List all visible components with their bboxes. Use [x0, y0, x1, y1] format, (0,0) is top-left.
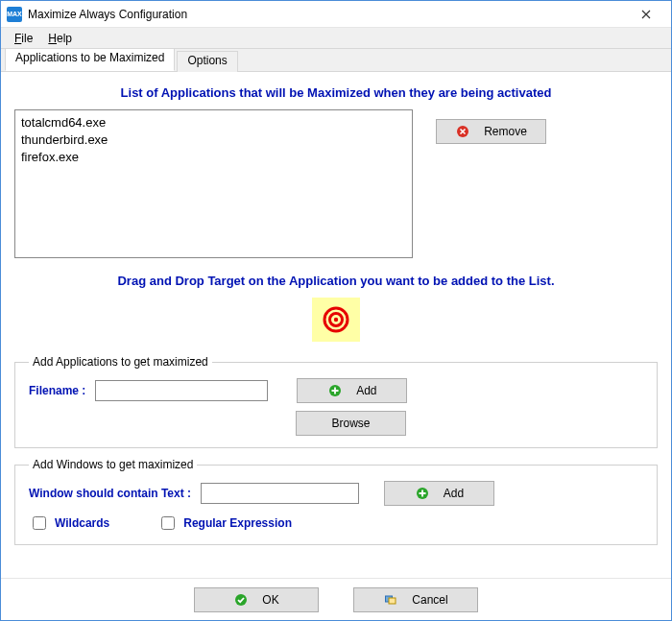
groupbox-legend: Add Applications to get maximized — [29, 355, 212, 369]
cancel-button[interactable]: Cancel — [353, 587, 478, 612]
wildcards-checkbox[interactable] — [33, 516, 46, 530]
add-application-button[interactable]: Add — [297, 378, 407, 403]
list-item[interactable]: totalcmd64.exe — [21, 114, 406, 131]
list-heading: List of Applications that will be Maximi… — [14, 85, 658, 100]
close-icon — [641, 10, 651, 19]
titlebar: MAX Maximize Always Configuration — [1, 1, 671, 28]
tabbar: Applications to be Maximized Options — [1, 49, 671, 72]
list-item[interactable]: firefox.exe — [21, 149, 406, 166]
menu-file[interactable]: File — [9, 30, 38, 47]
svg-rect-8 — [389, 598, 396, 604]
ok-button[interactable]: OK — [194, 587, 319, 612]
svg-point-3 — [334, 318, 338, 322]
filename-input[interactable] — [95, 380, 268, 401]
groupbox-add-windows: Add Windows to get maximized Window shou… — [14, 458, 658, 545]
tab-options[interactable]: Options — [177, 51, 237, 72]
window-text-input[interactable] — [201, 483, 359, 504]
close-button[interactable] — [627, 2, 665, 27]
groupbox-legend: Add Windows to get maximized — [29, 458, 197, 471]
menubar: File Help — [1, 28, 671, 49]
wildcards-label: Wildcards — [55, 516, 109, 530]
add-window-button[interactable]: Add — [384, 481, 494, 506]
bottom-bar: OK Cancel — [1, 578, 671, 620]
remove-button[interactable]: Remove — [436, 119, 546, 144]
target-icon — [322, 305, 350, 334]
drag-heading: Drag and Drop Target on the Application … — [14, 274, 658, 288]
button-label: OK — [262, 593, 278, 607]
window-title: Maximize Always Configuration — [28, 8, 187, 21]
browse-button[interactable]: Browse — [296, 411, 406, 436]
regex-label: Regular Expression — [183, 516, 292, 530]
button-label: Cancel — [412, 593, 447, 607]
groupbox-add-applications: Add Applications to get maximized Filena… — [14, 355, 658, 448]
delete-icon — [456, 125, 469, 138]
filename-label: Filename : — [29, 384, 85, 397]
cancel-icon — [384, 593, 397, 607]
app-icon: MAX — [7, 7, 22, 22]
button-label: Add — [444, 487, 464, 500]
add-icon — [328, 384, 342, 397]
application-listbox[interactable]: totalcmd64.exe thunderbird.exe firefox.e… — [14, 109, 413, 258]
drag-drop-target[interactable] — [312, 298, 360, 342]
main-window: MAX Maximize Always Configuration File H… — [0, 0, 672, 621]
regex-checkbox-row[interactable]: Regular Expression — [157, 514, 292, 533]
button-label: Add — [356, 384, 376, 397]
button-label: Remove — [484, 125, 527, 138]
button-label: Browse — [331, 417, 370, 430]
regex-checkbox[interactable] — [161, 516, 175, 530]
tab-applications[interactable]: Applications to be Maximized — [5, 48, 175, 71]
menu-help[interactable]: Help — [42, 30, 78, 47]
ok-icon — [234, 593, 248, 607]
window-text-label: Window should contain Text : — [29, 487, 191, 500]
list-item[interactable]: thunderbird.exe — [21, 131, 406, 149]
wildcards-checkbox-row[interactable]: Wildcards — [29, 514, 109, 533]
add-icon — [416, 487, 429, 500]
content-area: List of Applications that will be Maximi… — [1, 72, 671, 578]
